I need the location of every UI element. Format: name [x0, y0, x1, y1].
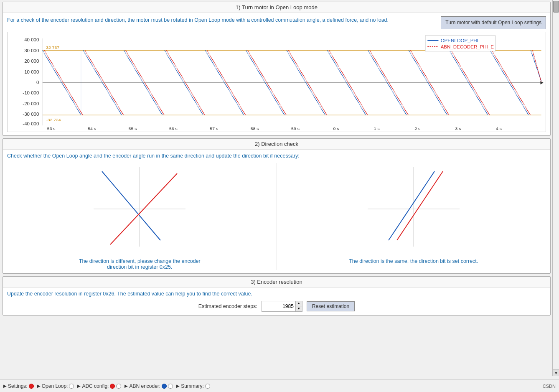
- spinner-down-button[interactable]: ▼: [296, 306, 302, 311]
- svg-text:10 000: 10 000: [24, 69, 39, 74]
- encoder-spinner: ▲ ▼: [295, 301, 302, 311]
- direction-divider: [277, 163, 277, 270]
- scrollbar-down-arrow[interactable]: ▼: [553, 369, 559, 376]
- status-bar: ▶ Settings: ▶ Open Loop: ▶ ADC config: ▶…: [0, 379, 559, 392]
- svg-text:4 s: 4 s: [496, 126, 502, 131]
- svg-text:-32 724: -32 724: [46, 117, 61, 122]
- encoder-steps-input[interactable]: 1985: [262, 301, 295, 311]
- svg-line-69: [397, 171, 443, 240]
- section1-header: 1) Turn motor in Open Loop mode: [3, 2, 550, 13]
- svg-text:-20 000: -20 000: [23, 101, 39, 106]
- svg-text:-10 000: -10 000: [23, 90, 39, 95]
- scrollbar-track[interactable]: ▼: [552, 0, 559, 376]
- scrollbar-thumb[interactable]: [553, 1, 559, 13]
- estimated-encoder-label: Estimated encoder steps:: [198, 303, 257, 309]
- status-openloop[interactable]: ▶ Open Loop:: [37, 383, 74, 389]
- status-settings[interactable]: ▶ Settings:: [3, 383, 34, 389]
- adc-label: ADC config:: [82, 383, 109, 389]
- summary-label: Summary:: [181, 383, 204, 389]
- svg-text:1 s: 1 s: [374, 126, 380, 131]
- reset-estimation-button[interactable]: Reset estimation: [307, 301, 355, 311]
- direction-panel-right: The direction is the same, the direction…: [281, 163, 546, 270]
- settings-indicator: [29, 384, 34, 389]
- turn-motor-button[interactable]: Turn motor with default Open Loop settin…: [441, 16, 546, 29]
- direction-panel-left: The direction is different, please chang…: [7, 163, 272, 270]
- status-left: ▶ Settings: ▶ Open Loop: ▶ ADC config: ▶…: [3, 383, 210, 389]
- status-abn[interactable]: ▶ ABN encoder:: [125, 383, 173, 389]
- settings-arrow-icon: ▶: [3, 384, 7, 388]
- openloop-arrow-icon: ▶: [37, 384, 41, 388]
- svg-text:53 s: 53 s: [47, 126, 56, 131]
- svg-text:0: 0: [36, 80, 39, 85]
- direction-left-text: The direction is different, please chang…: [73, 258, 206, 270]
- section-encoder-resolution: 3) Encoder resolution Update the encoder…: [3, 276, 551, 316]
- abn-indicator2: [168, 384, 173, 389]
- section-open-loop: 1) Turn motor in Open Loop mode For a ch…: [3, 2, 551, 136]
- section2-header: 2) Direction check: [3, 139, 550, 150]
- abn-indicator1: [162, 384, 167, 389]
- section2-description: Check whether the Open Loop angle and th…: [7, 153, 546, 159]
- adc-arrow-icon: ▶: [77, 384, 81, 388]
- section-direction-check: 2) Direction check Check whether the Ope…: [3, 138, 551, 274]
- openloop-indicator: [69, 384, 74, 389]
- svg-text:56 s: 56 s: [169, 126, 178, 131]
- direction-right-text: The direction is the same, the direction…: [349, 258, 478, 264]
- svg-text:57 s: 57 s: [210, 126, 218, 131]
- direction-chart-right: [351, 163, 476, 255]
- svg-text:54 s: 54 s: [88, 126, 96, 131]
- status-brand: CSDN: [543, 384, 556, 389]
- abn-arrow-icon: ▶: [125, 384, 128, 388]
- status-summary[interactable]: ▶ Summary:: [176, 383, 210, 389]
- svg-line-64: [102, 171, 160, 240]
- svg-text:58 s: 58 s: [251, 126, 259, 131]
- encoder-input-wrapper: 1985 ▲ ▼: [262, 301, 302, 312]
- section1-description: For a check of the encoder resolution an…: [7, 16, 389, 24]
- svg-text:0 s: 0 s: [333, 126, 339, 131]
- svg-text:-30 000: -30 000: [23, 112, 39, 117]
- svg-text:59 s: 59 s: [291, 126, 300, 131]
- direction-chart-left: [77, 163, 202, 255]
- svg-text:-40 000: -40 000: [23, 121, 39, 126]
- svg-text:3 s: 3 s: [455, 126, 461, 131]
- summary-indicator: [205, 384, 210, 389]
- summary-arrow-icon: ▶: [176, 384, 180, 388]
- section3-header: 3) Encoder resolution: [3, 277, 550, 288]
- open-loop-chart: 40 000 30 000 20 000 10 000 0 -10 000 -2…: [7, 32, 546, 132]
- svg-text:55 s: 55 s: [129, 126, 137, 131]
- svg-text:2 s: 2 s: [414, 126, 420, 131]
- status-adc[interactable]: ▶ ADC config:: [77, 383, 121, 389]
- svg-text:OPENLOOP_PHI: OPENLOOP_PHI: [441, 38, 478, 43]
- svg-text:30 000: 30 000: [24, 48, 39, 53]
- svg-text:20 000: 20 000: [24, 59, 39, 64]
- settings-label: Settings:: [8, 383, 28, 389]
- section3-description: Update the encoder resolution in registe…: [7, 291, 546, 297]
- adc-indicator2: [116, 384, 121, 389]
- svg-text:40 000: 40 000: [24, 37, 39, 42]
- spinner-up-button[interactable]: ▲: [296, 301, 302, 306]
- openloop-label: Open Loop:: [42, 383, 68, 389]
- abn-label: ABN encoder:: [129, 383, 160, 389]
- svg-text:32 767: 32 767: [46, 45, 59, 50]
- svg-line-68: [389, 171, 434, 240]
- adc-indicator1: [110, 384, 115, 389]
- svg-text:ABN_DECODER_PHI_E: ABN_DECODER_PHI_E: [441, 44, 494, 49]
